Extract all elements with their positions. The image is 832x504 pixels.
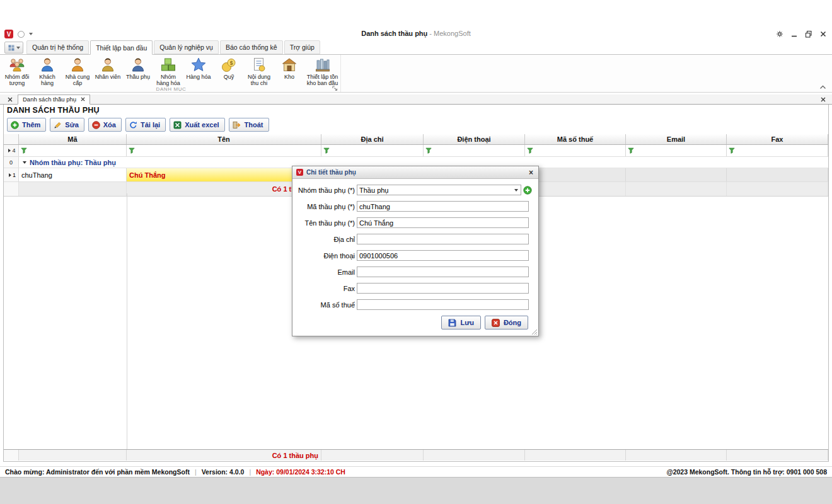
ribbon-item-warehouse[interactable]: Kho	[274, 56, 304, 81]
filter-cell-fax[interactable]	[727, 145, 828, 156]
minimize-icon[interactable]	[790, 30, 799, 38]
funds-icon: $	[221, 57, 237, 73]
footer-ma-so-thue	[525, 450, 626, 461]
subcontractors-icon	[130, 57, 146, 73]
desktop-area	[0, 477, 832, 504]
save-icon	[448, 319, 456, 327]
ribbon-tab-business-management[interactable]: Quản lý nghiệp vụ	[154, 40, 219, 54]
column-header-ten[interactable]: Tên	[127, 134, 321, 144]
ribbon-item-product-groups[interactable]: Nhóm hàng hóa	[153, 56, 183, 87]
edit-button[interactable]: Sửa	[50, 118, 84, 132]
cell-ma[interactable]: chuThang	[19, 168, 127, 181]
code-input[interactable]	[357, 201, 529, 212]
close-all-tabs-icon[interactable]	[8, 97, 13, 102]
add-group-icon[interactable]	[523, 186, 532, 195]
save-button-label: Lưu	[460, 319, 473, 326]
ribbon-item-goods[interactable]: Hàng hóa	[183, 56, 214, 81]
ribbon-item-label: Nội dung thu chi	[246, 74, 272, 86]
column-header-dien-thoai[interactable]: Điện thoại	[424, 134, 525, 144]
ribbon-item-label: Thiết lập tồn kho ban đầu	[306, 74, 338, 86]
document-tab-bar: Danh sách thầu phụ	[0, 94, 832, 105]
ribbon-item-subcontractors[interactable]: Thầu phụ	[123, 56, 153, 81]
filter-cell-ma-so-thue[interactable]	[525, 145, 626, 156]
document-tab-label: Danh sách thầu phụ	[23, 96, 76, 103]
filter-cell-ten[interactable]	[127, 145, 321, 156]
dialog-titlebar[interactable]: V Chi tiết thầu phụ ×	[292, 166, 538, 179]
app-menu-button[interactable]	[4, 42, 23, 54]
ribbon-tab-help[interactable]: Trợ giúp	[284, 40, 320, 54]
ribbon-item-income-expense[interactable]: Nội dung thu chi	[244, 56, 274, 87]
tax-code-input[interactable]	[357, 299, 529, 310]
email-input[interactable]	[357, 266, 529, 277]
filter-cell-dia-chi[interactable]	[321, 145, 424, 156]
address-input[interactable]	[357, 234, 529, 244]
name-field-label: Tên thầu phụ (*)	[292, 219, 355, 227]
ribbon-item-initial-stock[interactable]: Thiết lập tồn kho ban đầu	[304, 56, 340, 87]
export-excel-button[interactable]: Xuất excel	[170, 118, 224, 132]
ribbon-item-employees[interactable]: Nhân viên	[93, 56, 123, 81]
column-header-dia-chi[interactable]: Địa chỉ	[321, 134, 424, 144]
group-dialog-launcher-icon[interactable]	[332, 86, 338, 91]
exit-button[interactable]: Thoát	[229, 118, 269, 132]
close-red-icon	[492, 319, 500, 327]
restore-icon[interactable]	[804, 30, 813, 38]
tab-close-icon[interactable]	[81, 97, 85, 101]
application-window: V Danh sách thầu phụ - MekongSoft Quả	[0, 0, 832, 504]
column-header-ma-so-thue[interactable]: Mã số thuế	[525, 134, 626, 144]
name-input[interactable]	[357, 217, 529, 228]
ribbon-item-funds[interactable]: $ Quỹ	[214, 56, 244, 81]
document-tab-subcontractors[interactable]: Danh sách thầu phụ	[18, 94, 90, 105]
customize-icon[interactable]	[775, 30, 784, 38]
ribbon-item-label: Nhóm đối tượng	[4, 74, 30, 86]
group-footer-ma	[19, 182, 127, 196]
filter-row: 4	[4, 145, 828, 157]
exit-button-label: Thoát	[245, 121, 263, 129]
close-document-icon[interactable]	[821, 97, 826, 102]
ribbon-tab-reports[interactable]: Báo cáo thống kê	[220, 40, 283, 54]
ribbon-tab-initial-setup[interactable]: Thiết lập ban đầu	[90, 40, 153, 55]
cell-ma-so-thue[interactable]	[525, 168, 626, 181]
status-separator: |	[195, 468, 197, 476]
cell-fax[interactable]	[727, 168, 828, 181]
group-row-label: Nhóm thầu phụ: Thầu phụ	[30, 159, 116, 166]
save-button[interactable]: Lưu	[441, 316, 480, 329]
resize-grip[interactable]	[531, 329, 538, 335]
apps-grid-icon	[8, 45, 14, 51]
suppliers-icon	[69, 57, 86, 73]
quick-access-caret-icon[interactable]	[29, 33, 33, 35]
status-separator: |	[249, 468, 251, 476]
cell-email[interactable]	[626, 168, 727, 181]
status-copyright: @2023 MekongSoft. Thông tin hỗ trợ: 0901…	[666, 468, 832, 476]
filter-row-indicator: 4	[4, 145, 19, 156]
column-header-email[interactable]: Email	[626, 134, 727, 144]
phone-input[interactable]	[357, 250, 529, 261]
close-icon[interactable]	[819, 30, 828, 38]
ribbon-collapse-icon[interactable]	[819, 85, 826, 89]
filter-icon	[129, 147, 135, 154]
ribbon-tab-system-admin[interactable]: Quản trị hệ thống	[26, 40, 89, 54]
ribbon-item-customers[interactable]: Khách hàng	[32, 56, 62, 87]
group-collapse-icon[interactable]	[23, 161, 26, 164]
dialog-close-icon[interactable]: ×	[528, 169, 534, 176]
object-groups-icon	[9, 57, 25, 73]
reload-button[interactable]: Tải lại	[125, 118, 166, 132]
status-bar: Chào mừng: Administrator đến với phần mề…	[0, 466, 832, 477]
delete-button[interactable]: Xóa	[88, 118, 122, 132]
initial-stock-icon	[315, 57, 331, 73]
column-header-fax[interactable]: Fax	[727, 134, 828, 144]
add-button[interactable]: Thêm	[7, 118, 46, 132]
filter-cell-email[interactable]	[626, 145, 727, 156]
combo-caret-icon[interactable]	[514, 189, 518, 192]
column-header-ma[interactable]: Mã	[19, 134, 127, 144]
filter-cell-dien-thoai[interactable]	[424, 145, 525, 156]
address-field-label: Địa chỉ	[292, 236, 355, 243]
filter-cell-ma[interactable]	[19, 145, 127, 156]
ribbon-item-suppliers[interactable]: Nhà cung cấp	[62, 56, 93, 87]
dialog-close-button[interactable]: Đóng	[485, 316, 528, 329]
ribbon-item-object-groups[interactable]: Nhóm đối tượng	[2, 56, 32, 87]
group-combo[interactable]: Thầu phụ	[357, 185, 521, 195]
app-logo[interactable]: V	[4, 30, 13, 38]
quick-access-toggle[interactable]	[18, 31, 25, 38]
reload-icon	[129, 121, 137, 129]
fax-input[interactable]	[357, 283, 529, 294]
